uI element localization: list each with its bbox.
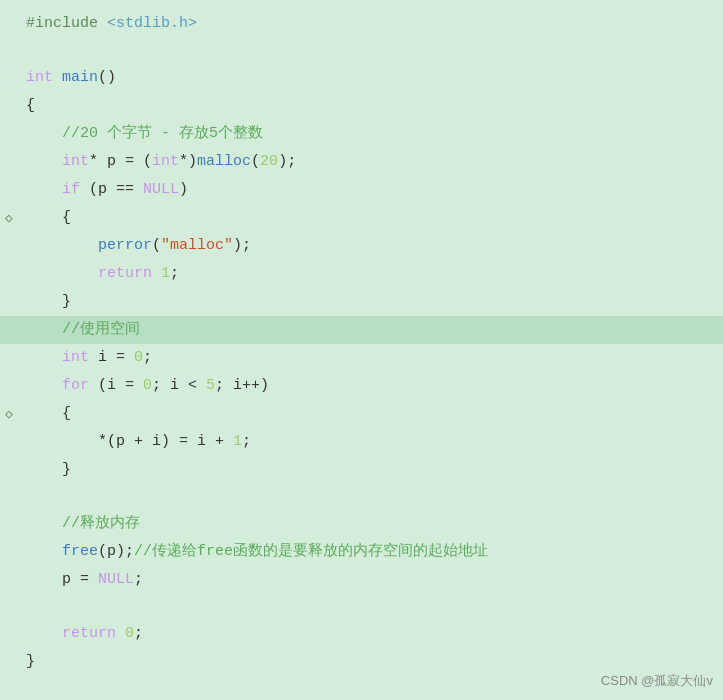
code-line-15: ◇ { (0, 400, 723, 428)
code-editor: #include <stdlib.h> int main() { //20 个字… (0, 0, 723, 700)
code-line-2 (0, 38, 723, 64)
code-line-20: free(p);//传递给free函数的是要释放的内存空间的起始地址 (0, 538, 723, 566)
line-content-3: int main() (18, 65, 116, 91)
line-content-5: //20 个字节 - 存放5个整数 (18, 121, 263, 147)
line-content-9: perror("malloc"); (18, 233, 251, 259)
code-line-22 (0, 594, 723, 620)
code-line-11: } (0, 288, 723, 316)
code-line-17: } (0, 456, 723, 484)
code-line-14: for (i = 0; i < 5; i++) (0, 372, 723, 400)
line-content-19: //释放内存 (18, 511, 140, 537)
line-content-13: int i = 0; (18, 345, 152, 371)
code-line-13: int i = 0; (0, 344, 723, 372)
code-line-10: return 1; (0, 260, 723, 288)
code-line-1: #include <stdlib.h> (0, 10, 723, 38)
code-line-19: //释放内存 (0, 510, 723, 538)
watermark: CSDN @孤寂大仙v (601, 672, 713, 690)
code-line-3: int main() (0, 64, 723, 92)
line-content-20: free(p);//传递给free函数的是要释放的内存空间的起始地址 (18, 539, 488, 565)
line-content-24: } (18, 649, 35, 675)
line-content-14: for (i = 0; i < 5; i++) (18, 373, 269, 399)
line-content-1: #include <stdlib.h> (18, 11, 197, 37)
code-line-8: ◇ { (0, 204, 723, 232)
line-content-15: { (18, 401, 71, 427)
code-line-5: //20 个字节 - 存放5个整数 (0, 120, 723, 148)
gutter-15: ◇ (0, 406, 18, 422)
code-line-9: perror("malloc"); (0, 232, 723, 260)
line-content-12: //使用空间 (18, 317, 140, 343)
line-content-11: } (18, 289, 71, 315)
line-content-7: if (p == NULL) (18, 177, 188, 203)
line-content-16: *(p + i) = i + 1; (18, 429, 251, 455)
line-content-8: { (18, 205, 71, 231)
line-content-10: return 1; (18, 261, 179, 287)
code-line-16: *(p + i) = i + 1; (0, 428, 723, 456)
code-line-4: { (0, 92, 723, 120)
line-content-21: p = NULL; (18, 567, 143, 593)
code-line-6: int* p = (int*)malloc(20); (0, 148, 723, 176)
line-content-4: { (18, 93, 35, 119)
line-content-17: } (18, 457, 71, 483)
code-line-21: p = NULL; (0, 566, 723, 594)
code-line-18 (0, 484, 723, 510)
line-content-23: return 0; (18, 621, 143, 647)
code-line-23: return 0; (0, 620, 723, 648)
gutter-8: ◇ (0, 210, 18, 226)
code-line-7: if (p == NULL) (0, 176, 723, 204)
line-content-6: int* p = (int*)malloc(20); (18, 149, 296, 175)
code-line-12: //使用空间 (0, 316, 723, 344)
